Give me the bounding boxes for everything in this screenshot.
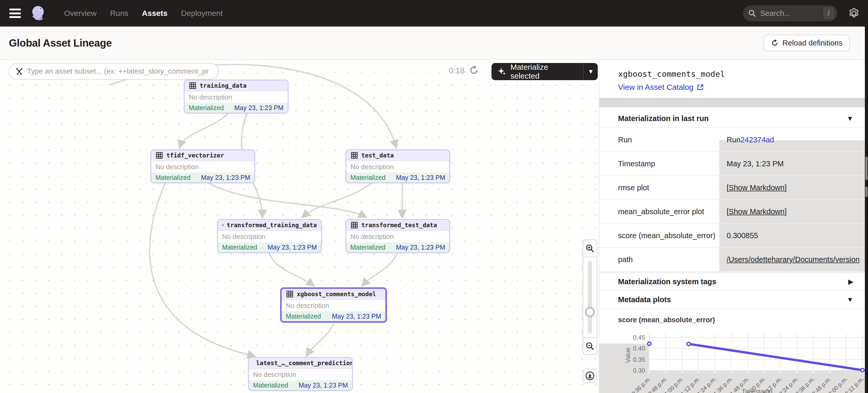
row-value: [Show Markdown] <box>719 176 865 199</box>
y-axis-label: Value <box>624 348 631 363</box>
asset-status: Materialized <box>286 313 321 320</box>
table-icon <box>350 152 358 159</box>
section-materialization-system-tags[interactable]: Materialization system tags ▶ <box>599 272 865 290</box>
menu-icon[interactable] <box>8 7 22 19</box>
run-id-link[interactable]: 242374ad <box>740 136 774 144</box>
zoom-controls <box>583 239 597 355</box>
zoom-in-button[interactable] <box>583 240 597 257</box>
x-tick-label: 1:20:36 p.m. <box>625 375 652 393</box>
asset-timestamp: May 23, 1:23 PM <box>268 243 317 251</box>
y-tick-label: 0.45 <box>633 334 645 341</box>
asset-timestamp: May 23, 1:23 PM <box>201 174 250 182</box>
chart-title: score (mean_absolute_error) <box>618 316 715 324</box>
row-label: path <box>599 248 719 271</box>
materialize-dropdown-caret[interactable]: ▼ <box>584 68 598 75</box>
scrollbar-thumb[interactable] <box>865 157 867 180</box>
nav-item-deployment[interactable]: Deployment <box>181 9 223 18</box>
download-graph-button[interactable] <box>583 368 597 383</box>
table-icon <box>350 221 358 229</box>
asset-description: No description <box>346 161 450 172</box>
asset-name: training_data <box>200 82 247 89</box>
asset-node-transformed-test-data[interactable]: transformed_test_data No description Mat… <box>345 219 450 253</box>
chevron-down-icon: ▼ <box>847 114 854 123</box>
table-row-rmse-plot: rmse plot [Show Markdown] <box>599 176 865 200</box>
nav-links: Overview Runs Assets Deployment <box>64 9 223 18</box>
metadata-plot-chart: 1:20:36 p.m.1:20:48 p.m.1:21:00 p.m.1:21… <box>599 333 865 393</box>
asset-description: No description <box>346 231 450 242</box>
view-in-asset-catalog-label: View in Asset Catalog <box>618 83 693 92</box>
asset-timestamp: May 23, 1:23 PM <box>396 243 445 251</box>
asset-name: transformed_test_data <box>361 222 437 229</box>
asset-status: Materialized <box>253 382 288 389</box>
section-metadata-plots[interactable]: Metadata plots ▼ <box>599 290 865 309</box>
page-title: Global Asset Lineage <box>9 37 112 49</box>
reload-icon <box>771 39 779 47</box>
row-value: [Show Markdown] <box>719 200 865 223</box>
asset-description: No description <box>282 300 385 311</box>
asset-details-panel: xgboost_comments_model View in Asset Cat… <box>599 60 865 393</box>
zoom-slider-handle[interactable] <box>585 307 595 317</box>
view-in-asset-catalog-link[interactable]: View in Asset Catalog <box>599 78 865 92</box>
asset-node-xgboost-comments-model[interactable]: xgboost_comments_model No description Ma… <box>280 287 387 323</box>
reload-definitions-button[interactable]: Reload definitions <box>764 35 850 51</box>
refresh-icon[interactable] <box>469 65 479 75</box>
asset-name: tfidf_vectorizer <box>166 152 224 159</box>
row-label: score (mean_absolute_error) <box>599 224 719 247</box>
zoom-slider[interactable] <box>583 257 597 337</box>
path-link[interactable]: /Users/odetteharary/Documents/version <box>726 255 860 264</box>
y-tick-label: 0.30 <box>633 367 645 374</box>
row-value: /Users/odetteharary/Documents/version <box>719 248 865 271</box>
section-title: Materialization in last run <box>618 114 709 123</box>
materialize-selected-button[interactable]: Materialize selected ▼ <box>492 63 598 80</box>
chevron-right-icon: ▶ <box>848 278 854 286</box>
row-label: rmse plot <box>599 176 719 199</box>
reload-definitions-label: Reload definitions <box>782 39 842 47</box>
search-input[interactable]: Search... / <box>743 5 837 21</box>
asset-subset-filter[interactable] <box>9 63 219 79</box>
scrollbar-thumb[interactable] <box>865 187 867 197</box>
zoom-in-icon <box>586 244 594 253</box>
search-shortcut-badge: / <box>823 7 834 19</box>
asset-node-training-data[interactable]: training_data No description Materialize… <box>184 79 288 113</box>
show-markdown-link[interactable]: [Show Markdown] <box>726 207 787 216</box>
nav-item-overview[interactable]: Overview <box>64 9 97 18</box>
row-value: 0.300855 <box>719 224 865 247</box>
y-tick-label: 0.35 <box>633 356 645 363</box>
show-markdown-link[interactable]: [Show Markdown] <box>726 184 787 192</box>
table-row-mae-plot: mean_absolute_error plot [Show Markdown] <box>599 200 865 224</box>
row-value: Run 242374ad <box>719 128 865 152</box>
asset-graph-icon <box>15 67 24 75</box>
asset-node-latest-comment-predictions[interactable]: latest_…_comment_predictions No descript… <box>248 357 353 391</box>
lineage-edge <box>303 183 372 217</box>
asset-node-transformed-training-data[interactable]: transformed_training_data No description… <box>217 219 322 253</box>
dagster-logo-icon[interactable] <box>30 5 47 22</box>
asset-name: xgboost_comments_model <box>297 291 376 297</box>
zoom-out-button[interactable] <box>583 337 597 355</box>
nav-item-runs[interactable]: Runs <box>110 9 128 18</box>
top-nav: Overview Runs Assets Deployment Search..… <box>0 0 868 27</box>
asset-description: No description <box>151 161 254 172</box>
nav-item-assets[interactable]: Assets <box>142 9 167 18</box>
run-prefix: Run <box>726 136 740 144</box>
asset-name: transformed_training_data <box>227 222 317 229</box>
panel-divider-band <box>599 98 865 109</box>
main-content: training_data No description Materialize… <box>0 60 868 393</box>
asset-status: Materialized <box>189 104 224 112</box>
zoom-slider-track[interactable] <box>588 261 592 334</box>
section-materialization-in-last-run[interactable]: Materialization in last run ▼ <box>599 109 865 128</box>
materialize-selected-label: Materialize selected <box>510 63 577 80</box>
gear-icon[interactable] <box>848 7 860 20</box>
asset-node-tfidf-vectorizer[interactable]: tfidf_vectorizer No description Material… <box>151 150 255 183</box>
asset-node-test-data[interactable]: test_data No description Materialized Ma… <box>345 150 450 183</box>
asset-description: No description <box>249 369 352 380</box>
asset-timestamp: May 23, 1:23 PM <box>299 382 348 389</box>
panel-asset-title: xgboost_comments_model <box>599 60 865 78</box>
asset-description: No description <box>185 91 288 103</box>
lineage-canvas[interactable]: training_data No description Materialize… <box>0 60 599 393</box>
asset-timestamp: May 23, 1:23 PM <box>332 313 381 320</box>
page-scrollbar[interactable] <box>865 27 868 393</box>
lineage-edge <box>269 253 314 286</box>
asset-subset-input[interactable] <box>27 67 212 75</box>
table-row-score: score (mean_absolute_error) 0.300855 <box>599 224 865 248</box>
asset-name: latest_…_comment_predictions <box>256 360 353 366</box>
